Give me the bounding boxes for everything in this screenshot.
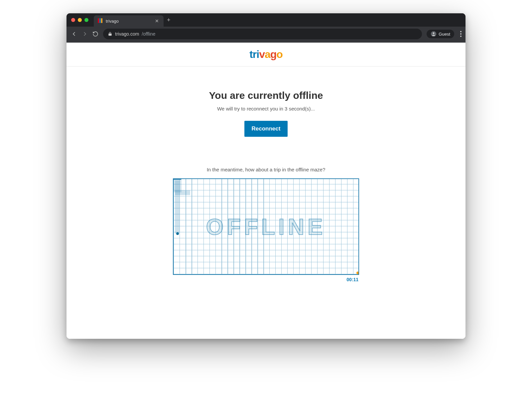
reload-button[interactable] bbox=[92, 31, 98, 37]
back-button[interactable] bbox=[71, 31, 77, 37]
maze-player-icon bbox=[176, 232, 179, 235]
maze-trail-icon bbox=[175, 180, 180, 234]
browser-chrome: trivago ✕ + trivago.com/offline bbox=[66, 13, 466, 43]
page-subtitle: We will try to reconnect you in 3 second… bbox=[156, 106, 376, 111]
maze-prompt: In the meantime, how about a trip in the… bbox=[156, 167, 376, 172]
tab-strip: trivago ✕ + bbox=[66, 13, 466, 27]
person-icon bbox=[431, 31, 437, 37]
url-path: /offline bbox=[142, 31, 155, 37]
offline-panel: You are currently offline We will try to… bbox=[150, 67, 382, 302]
logo-letter: v bbox=[259, 48, 265, 61]
new-tab-button[interactable]: + bbox=[167, 17, 171, 23]
maximize-window-icon[interactable] bbox=[84, 18, 88, 22]
logo-letter: i bbox=[256, 48, 259, 61]
logo-letter: r bbox=[253, 48, 256, 61]
maze-word-overlay: OFFLINE bbox=[206, 214, 326, 240]
browser-menu-button[interactable] bbox=[459, 30, 462, 38]
svg-point-1 bbox=[433, 32, 435, 34]
brand-header: trivago bbox=[66, 43, 466, 67]
lock-icon bbox=[108, 32, 112, 36]
tab-title: trivago bbox=[106, 19, 152, 24]
url-host: trivago.com bbox=[115, 31, 139, 37]
address-bar[interactable]: trivago.com/offline bbox=[103, 29, 422, 39]
reconnect-button[interactable]: Reconnect bbox=[244, 121, 288, 137]
trivago-logo[interactable]: trivago bbox=[249, 48, 283, 61]
logo-letter: t bbox=[249, 48, 253, 61]
logo-letter: a bbox=[265, 48, 270, 61]
tab-favicon-icon bbox=[98, 18, 103, 24]
maze-trail-icon bbox=[175, 190, 190, 195]
minimize-window-icon[interactable] bbox=[78, 18, 82, 22]
browser-window: trivago ✕ + trivago.com/offline bbox=[66, 13, 466, 339]
profile-label: Guest bbox=[439, 32, 450, 37]
maze-timer: 00:11 bbox=[173, 277, 359, 282]
forward-button bbox=[82, 31, 88, 37]
logo-letter: o bbox=[276, 48, 283, 61]
maze-exit-icon bbox=[356, 272, 359, 274]
close-tab-icon[interactable]: ✕ bbox=[154, 18, 160, 24]
browser-toolbar: trivago.com/offline Guest bbox=[66, 27, 466, 43]
macos-traffic-lights[interactable] bbox=[71, 18, 88, 22]
page-title: You are currently offline bbox=[156, 90, 376, 101]
browser-tab-active[interactable]: trivago ✕ bbox=[94, 15, 164, 27]
close-window-icon[interactable] bbox=[71, 18, 75, 22]
profile-button[interactable]: Guest bbox=[427, 30, 454, 38]
page-content: trivago You are currently offline We wil… bbox=[66, 43, 466, 339]
maze-container: OFFLINE 00:11 bbox=[173, 178, 359, 282]
logo-letter: g bbox=[270, 48, 277, 61]
maze-game[interactable]: OFFLINE bbox=[173, 178, 359, 275]
